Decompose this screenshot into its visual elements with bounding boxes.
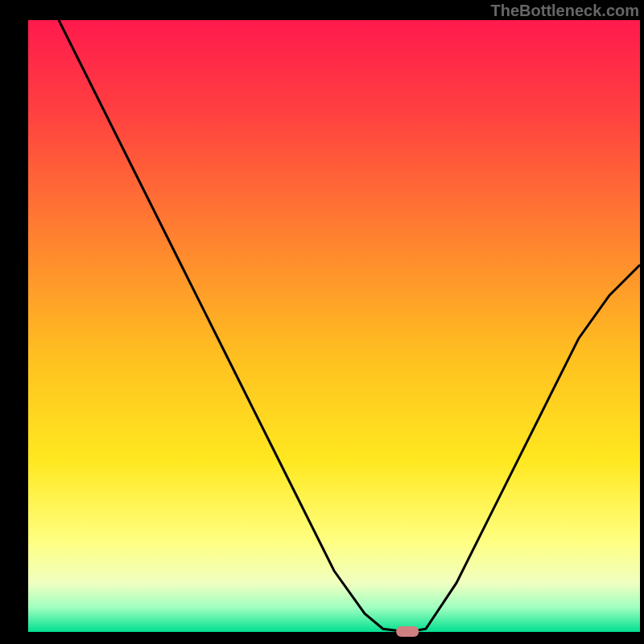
plot-background: [28, 20, 640, 632]
chart-container: TheBottleneck.com: [0, 0, 644, 644]
watermark-text: TheBottleneck.com: [491, 2, 639, 20]
optimal-marker: [396, 626, 419, 637]
bottleneck-chart: [0, 0, 644, 644]
